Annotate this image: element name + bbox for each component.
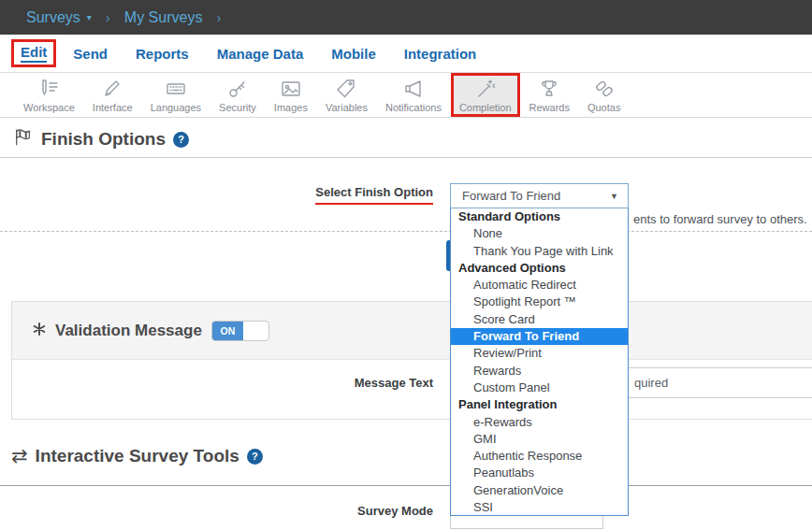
- dropdown-option[interactable]: Peanutlabs: [451, 465, 628, 481]
- breadcrumb-separator-icon: ›: [106, 9, 110, 25]
- section-divider: [0, 485, 812, 486]
- finish-option-select[interactable]: Forward To Friend ▼: [450, 183, 629, 208]
- finish-options-header: Finish Options ?: [13, 127, 189, 151]
- toolbar-label: Completion: [459, 102, 512, 113]
- dashed-divider: [0, 231, 812, 232]
- toolbar-item-quotas[interactable]: Quotas: [579, 73, 629, 117]
- breadcrumb-my-surveys[interactable]: My Surveys: [124, 9, 203, 26]
- dropdown-option[interactable]: Rewards: [451, 363, 628, 380]
- tab-mobile[interactable]: Mobile: [331, 46, 376, 62]
- page-title: Finish Options: [41, 129, 166, 150]
- validation-toggle[interactable]: ON: [211, 321, 269, 341]
- trophy-icon: [538, 78, 560, 100]
- tab-integration[interactable]: Integration: [404, 46, 477, 62]
- breadcrumb-separator-icon: ›: [216, 9, 221, 25]
- select-caret-icon: ▼: [610, 192, 618, 201]
- dropdown-option[interactable]: GenerationVoice: [451, 482, 628, 499]
- toolbar-label: Languages: [151, 102, 201, 113]
- survey-mode-label: Survey Mode: [0, 504, 433, 518]
- tag-icon: [335, 78, 357, 100]
- finish-option-dropdown-list: Standard Options None Thank You Page wit…: [450, 208, 629, 516]
- breadcrumb-surveys[interactable]: Surveys: [26, 9, 80, 26]
- toolbar-label: Security: [219, 102, 256, 113]
- edit-toolbar: Workspace Interface Languages Security I…: [0, 73, 812, 118]
- toolbar-item-interface[interactable]: Interface: [84, 73, 141, 117]
- section-divider: [0, 157, 812, 158]
- toolbar-label: Workspace: [23, 102, 75, 113]
- megaphone-icon: [402, 78, 425, 100]
- dropdown-group-header: Panel Integration: [451, 396, 628, 413]
- image-icon: [280, 78, 302, 100]
- toolbar-label: Variables: [326, 102, 368, 113]
- toggle-on-label: ON: [212, 322, 243, 340]
- breadcrumb-navbar: Surveys ▾ › My Surveys ›: [0, 0, 812, 35]
- help-icon[interactable]: ?: [173, 132, 189, 148]
- finish-option-description: ents to forward survey to others. ?: [633, 212, 812, 226]
- tab-reports[interactable]: Reports: [136, 46, 189, 62]
- chain-links-icon: [593, 78, 616, 100]
- validation-message-panel: Validation Message ON: [11, 301, 812, 420]
- dropdown-option[interactable]: GMI: [451, 431, 628, 448]
- tab-edit[interactable]: Edit: [21, 44, 47, 63]
- main-menu: Edit Send Reports Manage Data Mobile Int…: [0, 35, 812, 73]
- toolbar-label: Notifications: [385, 102, 442, 113]
- tab-send[interactable]: Send: [73, 46, 108, 62]
- toolbar-label: Rewards: [529, 102, 570, 113]
- asterisk-icon: [31, 321, 48, 341]
- toolbar-label: Images: [274, 102, 308, 113]
- panel-title: Validation Message: [55, 322, 202, 340]
- dropdown-option-selected[interactable]: Forward To Friend: [451, 328, 628, 345]
- dropdown-option[interactable]: Score Card: [451, 311, 628, 328]
- dropdown-option[interactable]: None: [451, 225, 628, 242]
- dropdown-option[interactable]: Spotlight Report ™: [451, 294, 628, 310]
- toolbar-item-languages[interactable]: Languages: [142, 73, 210, 117]
- help-icon[interactable]: ?: [247, 449, 263, 465]
- checkered-flag-icon: [13, 127, 34, 151]
- interactive-survey-tools-header: ⇄ Interactive Survey Tools ?: [11, 445, 263, 467]
- swap-arrows-icon: ⇄: [11, 445, 28, 467]
- dropdown-option[interactable]: Authentic Response: [451, 448, 628, 465]
- message-text-label: Message Text: [0, 376, 433, 390]
- pencil-lines-icon: [37, 78, 60, 100]
- dropdown-option[interactable]: Thank You Page with Link: [451, 243, 628, 260]
- toolbar-item-notifications[interactable]: Notifications: [377, 73, 450, 117]
- keyboard-icon: [165, 78, 187, 100]
- toolbar-item-security[interactable]: Security: [210, 73, 265, 117]
- dropdown-group-header: Standard Options: [451, 208, 628, 225]
- key-icon: [226, 78, 249, 100]
- section-title: Interactive Survey Tools: [36, 446, 239, 466]
- toolbar-item-workspace[interactable]: Workspace: [15, 73, 83, 117]
- toolbar-item-completion[interactable]: Completion: [451, 73, 520, 117]
- toolbar-item-rewards[interactable]: Rewards: [521, 73, 578, 117]
- dropdown-option[interactable]: Review/Print: [451, 345, 628, 362]
- toolbar-item-images[interactable]: Images: [266, 73, 316, 117]
- dropdown-group-header: Advanced Options: [451, 260, 628, 277]
- tab-manage-data[interactable]: Manage Data: [217, 46, 304, 62]
- dropdown-option[interactable]: Automatic Redirect: [451, 277, 628, 294]
- dropdown-option[interactable]: SSI: [451, 499, 628, 516]
- toolbar-label: Interface: [93, 102, 133, 113]
- magic-wand-icon: [474, 78, 497, 100]
- dropdown-option[interactable]: e-Rewards: [451, 414, 628, 431]
- dropdown-option[interactable]: Custom Panel: [451, 380, 628, 396]
- selected-value: Forward To Friend: [462, 189, 610, 203]
- app-window: Surveys ▾ › My Surveys › Edit Send Repor…: [0, 0, 812, 530]
- toolbar-item-variables[interactable]: Variables: [317, 73, 376, 117]
- chevron-down-icon[interactable]: ▾: [87, 12, 92, 22]
- pen-icon: [101, 78, 123, 100]
- validation-message-header: Validation Message ON: [12, 302, 812, 360]
- edit-tab-red-annotation: Edit: [11, 39, 56, 67]
- select-finish-option-label: Select Finish Option: [0, 185, 433, 205]
- toolbar-label: Quotas: [587, 102, 620, 113]
